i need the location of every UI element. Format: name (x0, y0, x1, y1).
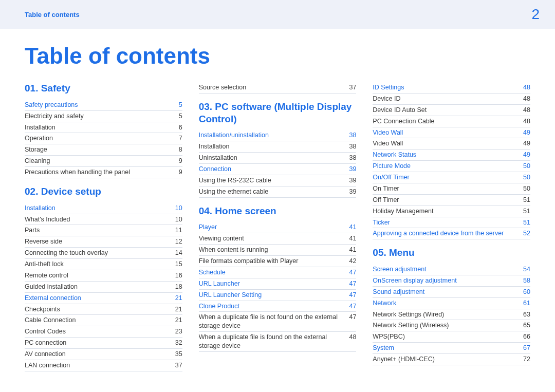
toc-entry-label: Picture Mode (373, 162, 417, 171)
toc-section-link[interactable]: Connection39 (199, 164, 357, 175)
toc-entry-page: 49 (519, 128, 530, 137)
toc-entry-page: 11 (171, 226, 182, 235)
toc-item-link[interactable]: Network Settings (Wired)63 (373, 309, 530, 321)
toc-item-link[interactable]: Off Timer51 (373, 195, 530, 206)
toc-item-link[interactable]: Parts11 (25, 225, 182, 236)
toc-entry-label: File formats compatible with Player (199, 257, 305, 266)
toc-entry-page: 60 (519, 288, 530, 296)
toc-entry-label: Installation (25, 123, 62, 132)
toc-entry-label: Parts (25, 226, 46, 235)
toc-entry-label: Approving a connected device from the se… (373, 229, 510, 238)
toc-item-link[interactable]: On Timer50 (373, 183, 530, 195)
toc-item-link[interactable]: PC Connection Cable48 (373, 116, 530, 127)
toc-section-link[interactable]: ID Settings48 (373, 82, 530, 94)
toc-entry-page: 23 (171, 327, 182, 336)
toc-item-link[interactable]: Storage8 (25, 144, 182, 156)
toc-section-link[interactable]: Network Status49 (373, 150, 530, 161)
toc-section-link[interactable]: Installation/uninstallation38 (199, 130, 357, 141)
toc-section-link[interactable]: External connection21 (25, 293, 182, 304)
toc-item-link[interactable]: Using the ethernet cable39 (199, 186, 357, 198)
toc-entry-page: 8 (171, 145, 182, 154)
toc-section-link[interactable]: Approving a connected device from the se… (373, 228, 530, 239)
toc-item-link[interactable]: Electricity and safety5 (25, 111, 182, 122)
toc-section-link[interactable]: Schedule47 (199, 267, 357, 278)
toc-item-link[interactable]: When a duplicate file is found on the ex… (199, 332, 357, 352)
toc-entry-page: 18 (171, 283, 182, 291)
toc-item-link[interactable]: When a duplicate file is not found on th… (199, 312, 357, 332)
toc-columns: 01. SafetySafety precautions5Electricity… (25, 82, 530, 371)
toc-section-link[interactable]: URL Launcher47 (199, 278, 357, 290)
toc-item-link[interactable]: Cleaning9 (25, 156, 182, 167)
toc-item-link[interactable]: What's Included10 (25, 214, 182, 226)
toc-entry-label: URL Launcher (199, 279, 246, 288)
toc-entry-page: 12 (171, 237, 182, 246)
toc-section-link[interactable]: Player41 (199, 222, 357, 233)
toc-section-link[interactable]: Ticker51 (373, 217, 530, 229)
toc-item-link[interactable]: Anti-theft lock15 (25, 259, 182, 270)
toc-item-link[interactable]: Remote control16 (25, 270, 182, 282)
toc-section-link[interactable]: System67 (373, 343, 530, 354)
toc-entry-page: 41 (345, 223, 356, 232)
toc-section-link[interactable]: URL Launcher Setting47 (199, 290, 357, 301)
toc-entry-page: 49 (519, 151, 530, 159)
toc-item-link[interactable]: Checkpoints21 (25, 304, 182, 315)
toc-item-link[interactable]: File formats compatible with Player42 (199, 256, 357, 267)
toc-section-link[interactable]: Installation10 (25, 203, 182, 214)
toc-entry-label: PC Connection Cable (373, 117, 440, 126)
toc-item-link[interactable]: Viewing content41 (199, 233, 357, 245)
toc-entry-page: 41 (345, 234, 356, 243)
toc-section-link[interactable]: Sound adjustment60 (373, 287, 530, 298)
toc-entry-page: 50 (519, 173, 530, 182)
toc-item-link[interactable]: Using the RS-232C cable39 (199, 175, 357, 186)
toc-item-link[interactable]: When content is running41 (199, 245, 357, 256)
toc-item-link[interactable]: Video Wall49 (373, 138, 530, 150)
toc-section-link[interactable]: Clone Product47 (199, 301, 357, 312)
toc-section-link[interactable]: On/Off Timer50 (373, 172, 530, 183)
toc-item-link[interactable]: Holiday Management51 (373, 206, 530, 217)
toc-item-link[interactable]: Source selection37 (199, 82, 357, 94)
toc-item-link[interactable]: PC connection32 (25, 338, 182, 349)
toc-section-link[interactable]: Safety precautions5 (25, 100, 182, 111)
toc-entry-page: 39 (345, 176, 356, 185)
toc-entry-label: External connection (25, 294, 87, 303)
toc-item-link[interactable]: Reverse side12 (25, 236, 182, 248)
toc-entry-label: Uninstallation (199, 154, 244, 162)
toc-entry-label: Connection (199, 165, 237, 174)
toc-entry-label: Checkpoints (25, 305, 66, 314)
toc-section-link[interactable]: OnScreen display adjustment58 (373, 275, 530, 287)
toc-entry-label: Viewing content (199, 234, 250, 243)
toc-entry-page: 58 (519, 276, 530, 285)
toc-item-link[interactable]: Device ID Auto Set48 (373, 105, 530, 116)
toc-entry-label: Installation (199, 142, 236, 151)
toc-entry-page: 37 (345, 83, 356, 92)
toc-item-link[interactable]: Precautions when handling the panel9 (25, 167, 182, 178)
toc-item-link[interactable]: LAN connection37 (25, 360, 182, 371)
toc-item-link[interactable]: Anynet+ (HDMI-CEC)72 (373, 354, 530, 365)
toc-section-link[interactable]: Screen adjustment54 (373, 264, 530, 275)
toc-item-link[interactable]: Uninstallation38 (199, 153, 357, 164)
toc-entry-page: 6 (171, 123, 182, 132)
toc-entry-label: Player (199, 223, 223, 232)
toc-entry-label: Schedule (199, 268, 232, 277)
toc-section-link[interactable]: Network61 (373, 298, 530, 309)
toc-item-link[interactable]: Installation6 (25, 122, 182, 134)
toc-entry-label: Reverse side (25, 237, 68, 246)
toc-item-link[interactable]: AV connection35 (25, 349, 182, 360)
toc-item-link[interactable]: Installation38 (199, 141, 357, 153)
toc-entry-page: 47 (345, 302, 356, 311)
toc-item-link[interactable]: Operation7 (25, 133, 182, 144)
toc-item-link[interactable]: Guided installation18 (25, 282, 182, 293)
toc-section-link[interactable]: Picture Mode50 (373, 161, 530, 172)
toc-entry-page: 9 (171, 168, 182, 177)
toc-item-link[interactable]: Device ID48 (373, 94, 530, 105)
toc-column-1: 01. SafetySafety precautions5Electricity… (25, 82, 182, 371)
toc-entry-page: 38 (345, 154, 356, 162)
toc-item-link[interactable]: WPS(PBC)66 (373, 331, 530, 343)
toc-entry-page: 51 (519, 207, 530, 216)
toc-item-link[interactable]: Network Setting (Wireless)65 (373, 320, 530, 331)
toc-item-link[interactable]: Cable Connection21 (25, 315, 182, 326)
toc-section-link[interactable]: Video Wall49 (373, 127, 530, 139)
toc-item-link[interactable]: Connecting the touch overlay14 (25, 248, 182, 259)
toc-entry-label: Using the RS-232C cable (199, 176, 278, 185)
toc-item-link[interactable]: Control Codes23 (25, 326, 182, 338)
